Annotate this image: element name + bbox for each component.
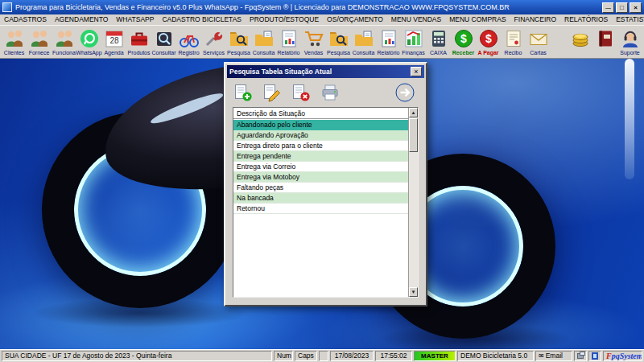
exit-button[interactable] [395, 83, 415, 102]
edit-record-button[interactable] [262, 83, 282, 102]
toolbar-button-label: Serviços [203, 50, 225, 56]
menu-item[interactable]: WHATSAPP [112, 14, 158, 25]
toolbar-button[interactable]: Suporte [617, 27, 642, 59]
people-icon [4, 28, 25, 49]
toolbar-button[interactable]: Recibo [501, 27, 526, 59]
titlebar: Programa para Bicicletaria, Vendas e Fin… [0, 0, 644, 14]
toolbar-button-label: Consulta [253, 50, 275, 56]
menu-item[interactable]: OS/ORÇAMENTO [323, 14, 387, 25]
desktop-background: Pesquisa Tabela Situação Atual × [0, 59, 644, 349]
status-monitor-button[interactable] [588, 351, 601, 361]
toolbar-button[interactable]: Consulta [351, 27, 376, 59]
maximize-button[interactable] [616, 2, 628, 13]
menu-item[interactable]: RELATÓRIOS [560, 14, 612, 25]
list-item[interactable]: Entrega via Correio [233, 162, 408, 172]
list-item[interactable]: Na bancada [233, 193, 408, 204]
status-printer-button[interactable] [574, 351, 587, 361]
toolbar-button[interactable]: Relatório [376, 27, 401, 59]
list-item[interactable]: Aguardando Aprovação [233, 130, 408, 141]
report-icon [378, 28, 399, 49]
toolbar-button[interactable]: Fornece [27, 27, 52, 59]
status-email-button[interactable]: Email [535, 351, 572, 361]
toolbar-button[interactable]: Agenda [101, 27, 126, 59]
toolbar-button[interactable]: Cartas [526, 27, 551, 59]
list-item[interactable]: Entrega pendente [233, 151, 408, 162]
scroll-up-icon[interactable] [409, 108, 418, 117]
toolbar-button[interactable]: A Pagar [476, 27, 501, 59]
toolbar-button-label: Funciona [52, 50, 76, 56]
list-item[interactable]: Retornou [233, 204, 408, 214]
vertical-scrollbar[interactable] [408, 108, 418, 297]
people-icon [29, 28, 50, 49]
toolbar-button[interactable]: Consultar [151, 27, 176, 59]
record-edit-icon [262, 83, 282, 102]
letters-icon [528, 28, 549, 49]
toolbar-button-label: Pesquisa [327, 50, 350, 56]
scroll-down-icon[interactable] [409, 287, 418, 297]
dialog-toolbar [227, 78, 424, 105]
menu-item[interactable]: CADASTRO BICICLETAS [158, 14, 246, 25]
toolbar-button[interactable]: Produtos [126, 27, 151, 59]
list-item[interactable]: Faltando peças [233, 183, 408, 193]
dialog-close-button[interactable]: × [411, 67, 422, 76]
list-item[interactable]: Entrega via Motoboy [233, 172, 408, 183]
menu-item[interactable]: CADASTROS [0, 14, 51, 25]
list-item[interactable]: Abandonado pelo cliente [233, 120, 408, 130]
delete-record-button[interactable] [291, 83, 311, 102]
folder-doc-icon [254, 28, 275, 49]
toolbar-button[interactable]: Receber [451, 27, 476, 59]
light-streak-artwork [625, 59, 634, 179]
toolbar-button-label: Vendas [304, 50, 323, 56]
people-icon [54, 28, 75, 49]
status-numlock: Num [274, 351, 293, 361]
toolbar-button[interactable]: Finanças [401, 27, 426, 59]
toolbar-button[interactable]: Funciona [52, 27, 76, 59]
toolbar-button[interactable]: Serviços [201, 27, 226, 59]
toolbar-button[interactable]: Registro [176, 27, 201, 59]
close-button[interactable] [630, 2, 642, 13]
toolbar-button[interactable]: WhatsApp [76, 27, 101, 59]
toolbar-button-label: Pesquisa [227, 50, 250, 56]
menu-item[interactable]: ESTATISTICA [612, 14, 644, 25]
toolbar-button-label: Fornece [29, 50, 50, 56]
status-location-date: SUA CIDADE - UF 17 de Agosto de 2023 - Q… [2, 351, 272, 361]
menu-item[interactable]: MENU COMPRAS [445, 14, 510, 25]
menu-item[interactable]: MENU VENDAS [387, 14, 445, 25]
toolbar-button-label: Produtos [127, 50, 150, 56]
scrollbar-thumb[interactable] [409, 118, 418, 152]
toolbar-button[interactable]: CAIXA [426, 27, 451, 59]
dollar-green-icon [453, 28, 474, 49]
minimize-button[interactable] [602, 2, 614, 13]
print-button[interactable] [320, 83, 340, 102]
toolbar-button[interactable]: Relatório [276, 27, 301, 59]
record-add-icon [233, 83, 253, 102]
toolbar-button[interactable] [592, 27, 617, 59]
menu-item[interactable]: FINANCEIRO [510, 14, 560, 25]
toolbar-button-label: Relatório [377, 50, 399, 56]
toolbar-button-label: Suporte [620, 50, 640, 56]
cart-icon [303, 28, 324, 49]
app-icon [2, 2, 12, 12]
toolbar-button[interactable] [568, 27, 592, 59]
status-date: 17/08/2023 [330, 351, 374, 361]
coins-icon [570, 28, 591, 49]
monitor-icon [592, 352, 598, 360]
toolbar-button-label: Agenda [104, 50, 123, 56]
toolbar-button[interactable]: Clientes [2, 27, 27, 59]
toolbar-button[interactable]: Pesquisa [326, 27, 351, 59]
toolbar-button[interactable]: Vendas [301, 27, 326, 59]
status-blank-panel [319, 351, 328, 361]
toolbar-button[interactable]: Pesquisa [226, 27, 251, 59]
toolbar-button-label: WhatsApp [76, 50, 101, 56]
status-capslock: Caps [295, 351, 317, 361]
toolbar-button-label: A Pagar [477, 50, 498, 56]
toolbar-button-label: Relatório [277, 50, 299, 56]
toolbar-button-label: Registro [178, 50, 199, 56]
menu-item[interactable]: PRODUTO/ESTOQUE [246, 14, 323, 25]
menu-item[interactable]: AGENDAMENTO [51, 14, 112, 25]
list-item[interactable]: Entrega direto para o cliente [233, 141, 408, 151]
finance-chart-icon [403, 28, 424, 49]
list-column-header: Descrição da Situação [233, 108, 408, 119]
add-record-button[interactable] [233, 83, 253, 102]
toolbar-button[interactable]: Consulta [251, 27, 276, 59]
